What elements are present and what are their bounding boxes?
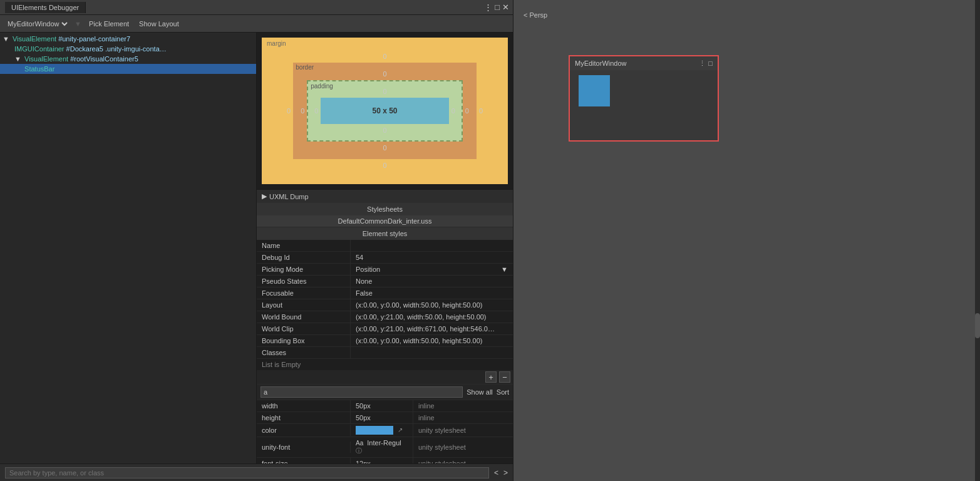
- prop-row-layout: Layout (x:0.00, y:0.00, width:50.00, hei…: [257, 299, 513, 311]
- prop-debugid-value: 54: [351, 252, 513, 263]
- prop-row-worldbound: World Bound (x:0.00, y:21.00, width:50.0…: [257, 311, 513, 323]
- classes-buttons: + −: [257, 370, 513, 385]
- prop-layout-label: Layout: [257, 299, 351, 311]
- persp-label: < Persp: [524, 11, 547, 19]
- editor-maximize-icon[interactable]: □: [708, 59, 713, 68]
- pick-element-button[interactable]: Pick Element: [86, 19, 132, 29]
- prop-pseudo-label: Pseudo States: [257, 276, 351, 287]
- style-search-input[interactable]: [260, 386, 463, 398]
- prop-worldclip-label: World Clip: [257, 323, 351, 334]
- computed-height-value: 50px: [351, 412, 413, 423]
- bottom-bar: < >: [0, 463, 513, 481]
- editor-panel: < Persp MyEditorWindow ⋮ □: [513, 0, 980, 481]
- prop-picking-value[interactable]: Position ▼: [351, 264, 513, 275]
- next-button[interactable]: >: [503, 468, 508, 477]
- computed-fontsize-label: font-size: [257, 458, 351, 463]
- editor-blue-element: [579, 75, 610, 106]
- padding-label: padding: [311, 83, 333, 90]
- layout-diagram: margin 0 0 border 0 0: [262, 38, 508, 184]
- uxml-dump-section[interactable]: ▶ UXML Dump: [257, 189, 513, 203]
- maximize-icon[interactable]: □: [495, 3, 500, 11]
- scrollbar-track[interactable]: [975, 0, 980, 481]
- stylesheets-title: Stylesheets: [257, 203, 513, 215]
- element-id: #rootVisualContainer5: [70, 55, 138, 63]
- editor-window-title: MyEditorWindow: [575, 59, 627, 67]
- debugger-titlebar: UIElements Debugger ⋮ □ ✕: [0, 0, 513, 15]
- prop-row-name: Name: [257, 240, 513, 252]
- prop-row-debug-id: Debug Id 54: [257, 252, 513, 264]
- margin-bottom-value: 0: [383, 162, 386, 169]
- remove-class-button[interactable]: −: [499, 371, 510, 383]
- computed-row-color: color ↗ unity stylesheet: [257, 424, 513, 437]
- debugger-content: ▼ VisualElement #unity-panel-container7 …: [0, 33, 513, 463]
- editor-window-icons: ⋮ □: [699, 59, 713, 68]
- editor-window-header: MyEditorWindow ⋮ □: [570, 56, 718, 70]
- padding-top-value: 0: [383, 88, 386, 95]
- color-link-icon[interactable]: ↗: [398, 427, 403, 433]
- padding-left-value: 0: [314, 107, 318, 115]
- add-class-button[interactable]: +: [485, 371, 497, 383]
- prev-button[interactable]: <: [494, 468, 498, 477]
- window-dropdown[interactable]: MyEditorWindow: [5, 19, 70, 28]
- prop-debugid-label: Debug Id: [257, 252, 351, 263]
- tree-item-statusbar[interactable]: StatusBar: [0, 64, 256, 74]
- debugger-toolbar: MyEditorWindow ▼ Pick Element Show Layou…: [0, 15, 513, 33]
- tree-item-visual-element-panel[interactable]: ▼ VisualElement #unity-panel-container7: [0, 34, 256, 44]
- prop-focusable-label: Focusable: [257, 287, 351, 299]
- padding-bottom-value: 0: [383, 127, 386, 134]
- prop-row-boundingbox: Bounding Box (x:0.00, y:0.00, width:50.0…: [257, 335, 513, 347]
- show-all-button[interactable]: Show all: [467, 388, 493, 396]
- debugger-tab[interactable]: UIElements Debugger: [5, 2, 86, 13]
- margin-top-value: 0: [383, 53, 386, 60]
- sort-button[interactable]: Sort: [497, 388, 509, 396]
- computed-row-height: height 50px inline: [257, 412, 513, 424]
- computed-color-label: color: [257, 425, 351, 436]
- prop-name-value[interactable]: [351, 240, 513, 251]
- show-layout-button[interactable]: Show Layout: [137, 19, 182, 29]
- style-filter-row: Show all Sort: [257, 385, 513, 400]
- more-options-icon[interactable]: ⋮: [484, 3, 492, 11]
- debugger-panel: UIElements Debugger ⋮ □ ✕ MyEditorWindow…: [0, 0, 513, 481]
- prop-focusable-value: False: [351, 287, 513, 299]
- font-link-icon[interactable]: ⓘ: [356, 447, 362, 454]
- uxml-dump-arrow: ▶: [262, 192, 267, 200]
- color-swatch: [356, 426, 393, 435]
- content-box: 50 x 50: [321, 98, 448, 124]
- classes-empty-label: List is Empty: [257, 359, 513, 370]
- prop-worldbound-value: (x:0.00, y:21.00, width:50.00, height:50…: [351, 311, 513, 323]
- computed-fontsize-value: 12px: [351, 458, 413, 463]
- computed-row-width: width 50px inline: [257, 400, 513, 412]
- margin-right-value: 0: [479, 107, 483, 115]
- computed-width-value: 50px: [351, 400, 413, 411]
- editor-more-icon[interactable]: ⋮: [699, 59, 706, 68]
- computed-width-source: inline: [413, 400, 440, 411]
- scrollbar-thumb[interactable]: [975, 313, 980, 338]
- element-type: VisualElement: [13, 35, 58, 43]
- tree-item-root-visual[interactable]: ▼ VisualElement #rootVisualContainer5: [0, 54, 256, 64]
- prop-layout-value: (x:0.00, y:0.00, width:50.00, height:50.…: [351, 299, 513, 311]
- tree-panel: ▼ VisualElement #unity-panel-container7 …: [0, 33, 257, 463]
- prop-worldbound-label: World Bound: [257, 311, 351, 323]
- computed-color-source: unity stylesheet: [413, 425, 471, 436]
- computed-color-value[interactable]: ↗: [351, 424, 413, 437]
- computed-row-font: unity-font Aa Inter-Regul ⓘ unity styles…: [257, 437, 513, 458]
- stylesheet-item: DefaultCommonDark_inter.uss: [257, 215, 513, 227]
- computed-row-fontsize: font-size 12px unity stylesheet: [257, 458, 513, 463]
- prop-worldclip-value: (x:0.00, y:21.00, width:671.00, height:5…: [351, 323, 513, 334]
- classes-value: [351, 347, 513, 358]
- border-left-value: 0: [301, 107, 304, 115]
- tree-item-imgui-container[interactable]: IMGUIContainer #Dockarea5 .unity-imgui-c…: [0, 44, 256, 54]
- prop-row-pseudo: Pseudo States None: [257, 276, 513, 287]
- element-id: #unity-panel-container7: [58, 35, 130, 43]
- uxml-dump-title: UXML Dump: [269, 193, 309, 200]
- properties-panel: margin 0 0 border 0 0: [257, 33, 513, 463]
- bottom-search-input[interactable]: [5, 467, 489, 478]
- border-label: border: [296, 64, 314, 71]
- close-icon[interactable]: ✕: [502, 3, 509, 11]
- arrow-icon: ▼: [3, 35, 11, 43]
- margin-label: margin: [267, 40, 286, 47]
- titlebar-icons: ⋮ □ ✕: [484, 3, 509, 11]
- prop-row-focusable: Focusable False: [257, 287, 513, 299]
- element-type: IMGUIContainer: [14, 45, 66, 53]
- border-top-value: 0: [383, 70, 386, 78]
